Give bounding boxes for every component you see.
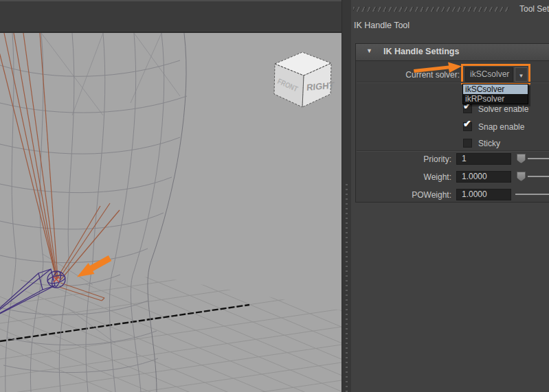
- priority-slider-track[interactable]: [528, 158, 549, 159]
- annotation-arrow-panel: [412, 60, 463, 75]
- section-title: IK Handle Settings: [383, 47, 459, 56]
- snap-enable-checkmark-icon: ✔: [463, 119, 474, 128]
- weight-slider-thumb[interactable]: [517, 172, 526, 181]
- section-header[interactable]: ▼ IK Handle Settings: [356, 44, 549, 61]
- sticky-label: Sticky: [478, 139, 500, 148]
- solver-dropdown-list: ikSCsolver ikRPsolver: [462, 84, 528, 104]
- solver-enable-label: Solver enable: [478, 104, 528, 114]
- panel-drag-grip[interactable]: [353, 7, 511, 12]
- poweight-slider-track[interactable]: [515, 194, 549, 195]
- viewport-3d[interactable]: FRONT RIGHT: [0, 0, 341, 392]
- maya-window: FRONT RIGHT Tool Settings IK Handle Tool…: [0, 0, 549, 392]
- dropdown-arrow-button[interactable]: ▼: [515, 67, 528, 82]
- priority-field[interactable]: 1: [456, 153, 511, 165]
- weight-field[interactable]: 1.0000: [456, 171, 511, 183]
- sticky-checkbox[interactable]: [463, 139, 472, 148]
- priority-slider-thumb[interactable]: [517, 154, 526, 163]
- current-solver-dropdown[interactable]: ikSCsolver: [465, 67, 513, 82]
- separator: [357, 150, 549, 152]
- collapse-triangle-icon[interactable]: ▼: [366, 47, 372, 54]
- divider-grip-dots: [346, 184, 348, 392]
- tool-settings-panel: Tool Settings IK Handle Tool ▼ IK Handle…: [351, 0, 549, 392]
- priority-label: Priority:: [356, 154, 451, 164]
- weight-slider-track[interactable]: [528, 176, 549, 177]
- dropdown-option-ikscsolver[interactable]: ikSCsolver: [463, 84, 528, 94]
- poweight-label: POWeight:: [356, 190, 451, 200]
- weight-label: Weight:: [356, 172, 451, 182]
- snap-enable-label: Snap enable: [478, 122, 524, 132]
- ik-handle-settings-section: ▼ IK Handle Settings Current solver: ikS…: [355, 43, 549, 203]
- chevron-down-icon: ▼: [519, 73, 524, 79]
- viewport-topbar: [0, 0, 341, 33]
- tool-title: IK Handle Tool: [354, 21, 410, 30]
- poweight-field[interactable]: 1.0000: [456, 189, 511, 200]
- dropdown-option-ikrpsolver[interactable]: ikRPsolver: [463, 94, 528, 104]
- separator: [357, 82, 549, 83]
- panel-title: Tool Settings: [519, 4, 549, 14]
